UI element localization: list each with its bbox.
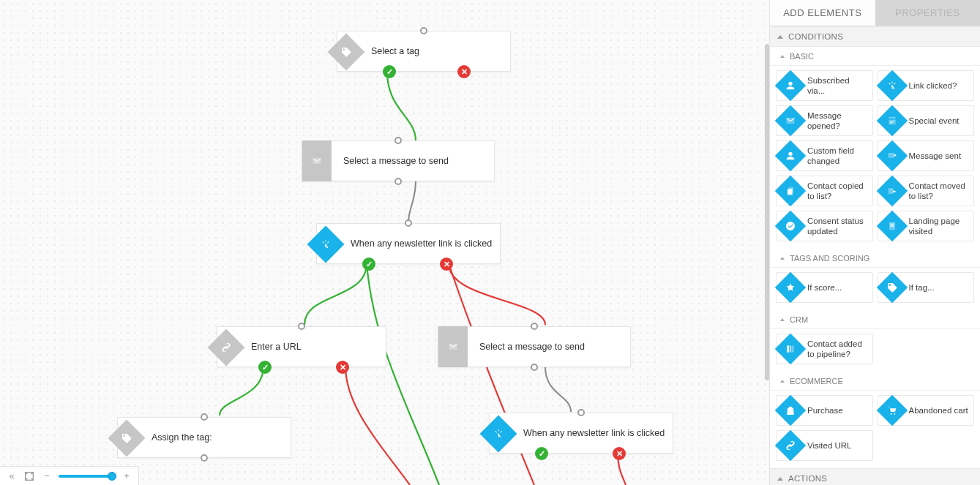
page-icon bbox=[876, 211, 907, 241]
node-label: Select a message to send bbox=[468, 342, 596, 352]
port-in[interactable] bbox=[577, 409, 585, 416]
port-in[interactable] bbox=[201, 413, 208, 421]
tab-add-elements[interactable]: ADD ELEMENTS bbox=[770, 0, 875, 26]
no-badge[interactable]: ✕ bbox=[336, 361, 349, 374]
node-label: When any newsletter link is clicked bbox=[317, 238, 504, 249]
tag-icon bbox=[328, 34, 365, 71]
section-label: ACTIONS bbox=[788, 474, 827, 483]
fit-icon[interactable] bbox=[23, 470, 35, 482]
palette-card[interactable]: Contact moved to list? bbox=[878, 176, 975, 206]
click-icon bbox=[307, 226, 345, 263]
node-assign-tag[interactable]: Assign the tag: bbox=[117, 417, 291, 458]
node-link-clicked-1[interactable]: When any newsletter link is clicked ✓ ✕ bbox=[316, 223, 501, 264]
palette-tags: If score...If tag... bbox=[770, 268, 980, 310]
chevron-up-icon bbox=[780, 55, 785, 58]
palette-card-label: Visited URL bbox=[807, 440, 852, 451]
palette-card[interactable]: Special event bbox=[878, 105, 975, 136]
person-icon bbox=[775, 140, 806, 171]
subsection-label: BASIC bbox=[790, 52, 814, 61]
zoom-out-button[interactable]: − bbox=[41, 470, 53, 482]
mail-icon bbox=[438, 326, 468, 367]
node-select-tag[interactable]: Select a tag ✓ ✕ bbox=[337, 31, 511, 72]
cart-icon bbox=[876, 395, 907, 426]
chevron-up-icon bbox=[780, 257, 785, 260]
yes-badge[interactable]: ✓ bbox=[362, 257, 375, 271]
collapse-icon[interactable]: « bbox=[6, 470, 18, 482]
subsection-tags[interactable]: TAGS AND SCORING bbox=[770, 249, 980, 268]
palette-card[interactable]: Landing page visited bbox=[878, 211, 975, 241]
palette-card-label: Link clicked? bbox=[909, 80, 957, 91]
palette-scroll[interactable]: CONDITIONS BASIC Subscribed via...Link c… bbox=[770, 26, 980, 485]
mail-out-icon bbox=[876, 140, 907, 171]
palette-basic: Subscribed via...Link clicked?Message op… bbox=[770, 66, 980, 249]
svg-point-8 bbox=[894, 413, 895, 415]
zoom-slider[interactable] bbox=[59, 475, 115, 478]
palette-card[interactable]: If tag... bbox=[878, 272, 975, 303]
palette-card-label: If tag... bbox=[909, 282, 935, 293]
section-conditions[interactable]: CONDITIONS bbox=[770, 26, 980, 47]
palette-card[interactable]: Purchase bbox=[776, 395, 873, 426]
palette-card[interactable]: Message opened? bbox=[776, 105, 873, 136]
zoom-in-button[interactable]: + bbox=[121, 470, 132, 482]
palette-card-label: Special event bbox=[909, 116, 960, 126]
svg-rect-2 bbox=[890, 224, 894, 225]
zoom-fill bbox=[59, 475, 112, 478]
port-in[interactable] bbox=[420, 27, 427, 34]
mail-icon bbox=[302, 140, 332, 181]
star-icon bbox=[775, 272, 806, 303]
palette-card[interactable]: Message sent bbox=[878, 140, 975, 171]
no-badge[interactable]: ✕ bbox=[613, 447, 626, 460]
palette-card[interactable]: Abandoned cart bbox=[878, 395, 975, 426]
click-icon bbox=[876, 70, 907, 101]
no-badge[interactable]: ✕ bbox=[440, 257, 453, 271]
node-link-clicked-2[interactable]: When any newsletter link is clicked ✓ ✕ bbox=[489, 413, 673, 454]
chevron-up-icon bbox=[780, 318, 785, 321]
subsection-basic[interactable]: BASIC bbox=[770, 47, 980, 66]
svg-rect-6 bbox=[792, 345, 794, 352]
port-in[interactable] bbox=[394, 137, 402, 144]
yes-badge[interactable]: ✓ bbox=[383, 65, 396, 78]
yes-badge[interactable]: ✓ bbox=[535, 447, 548, 460]
check-icon bbox=[775, 211, 806, 241]
workflow-canvas[interactable]: Select a tag ✓ ✕ Select a message to sen… bbox=[0, 0, 769, 485]
palette-card[interactable]: Contact added to pipeline? bbox=[776, 334, 873, 364]
no-badge[interactable]: ✕ bbox=[457, 65, 471, 78]
palette-card[interactable]: Visited URL bbox=[776, 430, 873, 461]
section-actions[interactable]: ACTIONS bbox=[770, 468, 980, 485]
pipeline-icon bbox=[775, 334, 806, 364]
subsection-label: ECOMMERCE bbox=[790, 377, 843, 386]
palette-card[interactable]: Subscribed via... bbox=[776, 70, 873, 101]
zoom-toolbar: « − + bbox=[0, 466, 139, 485]
link-icon bbox=[775, 430, 806, 461]
person-icon bbox=[775, 70, 806, 101]
subsection-crm[interactable]: CRM bbox=[770, 310, 980, 329]
port-out[interactable] bbox=[201, 454, 208, 462]
palette-card-label: Contact copied to list? bbox=[807, 181, 868, 202]
subsection-label: CRM bbox=[790, 315, 808, 324]
tab-properties[interactable]: PROPERTIES bbox=[875, 0, 981, 26]
node-select-message-1[interactable]: Select a message to send bbox=[302, 140, 495, 181]
palette-card-label: Contact moved to list? bbox=[909, 181, 970, 202]
port-in[interactable] bbox=[531, 323, 538, 330]
palette-card[interactable]: Custom field changed bbox=[776, 140, 873, 171]
subsection-label: TAGS AND SCORING bbox=[790, 254, 869, 263]
palette-card-label: If score... bbox=[807, 282, 842, 293]
port-in[interactable] bbox=[298, 323, 305, 330]
chevron-up-icon bbox=[780, 380, 785, 383]
port-out[interactable] bbox=[394, 178, 402, 185]
copy-icon bbox=[775, 176, 806, 206]
palette-card[interactable]: If score... bbox=[776, 272, 873, 303]
chevron-up-icon bbox=[777, 477, 783, 481]
palette-card[interactable]: Link clicked? bbox=[878, 70, 975, 101]
palette-card[interactable]: Contact copied to list? bbox=[776, 176, 873, 206]
subsection-ecom[interactable]: ECOMMERCE bbox=[770, 372, 980, 391]
port-out[interactable] bbox=[531, 364, 538, 371]
port-in[interactable] bbox=[405, 219, 412, 227]
node-select-message-2[interactable]: Select a message to send bbox=[438, 326, 631, 367]
zoom-handle[interactable] bbox=[108, 472, 116, 481]
tag-icon bbox=[108, 420, 146, 457]
node-enter-url[interactable]: Enter a URL ✓ ✕ bbox=[217, 326, 386, 367]
tag-icon bbox=[876, 272, 907, 303]
palette-card[interactable]: Consent status updated bbox=[776, 211, 873, 241]
yes-badge[interactable]: ✓ bbox=[258, 361, 272, 374]
